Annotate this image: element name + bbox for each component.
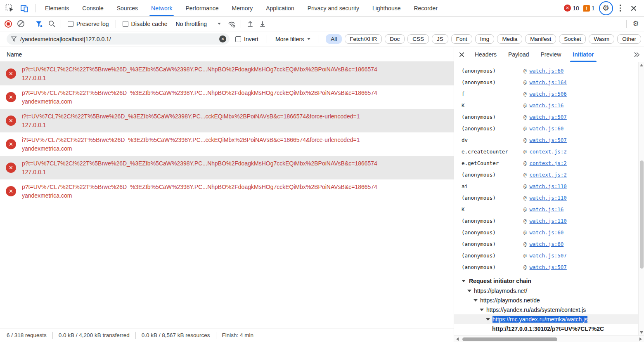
close-devtools-button[interactable] — [627, 2, 640, 14]
at-symbol: @ — [523, 264, 527, 270]
stack-source-link[interactable]: watch.js:110 — [530, 195, 567, 201]
chain-item[interactable]: https://playmods.net/ — [462, 286, 637, 295]
name-column-header[interactable]: Name — [0, 47, 454, 62]
invert-checkbox[interactable]: Invert — [232, 36, 262, 42]
stack-source-link[interactable]: context.js:2 — [530, 160, 567, 166]
chip-all[interactable]: All — [326, 34, 342, 44]
table-row[interactable]: ✕p?t=UV%7CL7%2C!%22T%5Brwe%26D_%3EZIb%5C… — [0, 85, 454, 109]
stack-source-link[interactable]: watch.js:16 — [530, 206, 564, 212]
preserve-log-checkbox[interactable]: Preserve log — [64, 21, 112, 27]
chain-item[interactable]: http://127.0.0.1:30102/p?t=UV%7CL7%2C — [462, 324, 637, 333]
scroll-down-icon[interactable] — [640, 331, 643, 334]
tab-performance[interactable]: Performance — [179, 0, 225, 16]
more-options-menu[interactable] — [617, 2, 624, 14]
chain-title-row[interactable]: Request initiator chain — [462, 276, 637, 286]
disable-cache-checkbox[interactable]: Disable cache — [119, 21, 171, 27]
chip-doc[interactable]: Doc — [385, 34, 405, 44]
scrollbar-thumb[interactable] — [462, 337, 557, 341]
stack-source-link[interactable]: watch.js:507 — [530, 137, 567, 143]
chip-font[interactable]: Font — [451, 34, 472, 44]
chain-item[interactable]: https://yandex.ru/ads/system/context.js — [462, 305, 637, 314]
scrollbar-thumb[interactable] — [640, 160, 644, 269]
stack-frame: (anonymous)@watch.js:507 — [462, 111, 637, 123]
import-har-icon[interactable] — [244, 19, 256, 29]
more-filters-dropdown[interactable]: More filters — [272, 36, 314, 42]
table-row[interactable]: ✕p?t=UV%7CL7%2C!%22T%5Brwe%26D_%3EZIb%5C… — [0, 179, 454, 203]
at-symbol: @ — [523, 160, 527, 166]
triangle-expanded-icon — [467, 290, 471, 292]
tab-network[interactable]: Network — [144, 0, 179, 16]
tab-recorder[interactable]: Recorder — [407, 0, 444, 16]
stack-source-link[interactable]: watch.js:60 — [530, 241, 564, 247]
export-har-icon[interactable] — [257, 19, 268, 29]
toggle-device-toolbar-icon[interactable] — [18, 2, 31, 14]
chain-item[interactable]: https://playmods.net/de — [462, 295, 637, 305]
stack-source-link[interactable]: context.js:2 — [530, 172, 567, 178]
clear-network-log-button[interactable] — [15, 19, 26, 29]
stack-source-link[interactable]: watch.js:506 — [530, 91, 567, 97]
stack-source-link[interactable]: watch.js:507 — [530, 264, 567, 270]
table-row[interactable]: ✕i?t=UV%7CL7%2C!%22T%5Brwe%26D_%3EZIb%5C… — [0, 109, 454, 132]
divider — [61, 20, 61, 28]
tab-elements[interactable]: Elements — [38, 0, 76, 16]
request-rows: ✕p?t=UV%7CL7%2C!%22T%5Brwe%26D_%3EZIb%5C… — [0, 62, 454, 328]
network-settings-gear-icon[interactable]: ⚙ — [630, 19, 642, 29]
stack-source-link[interactable]: watch.js:110 — [530, 183, 567, 189]
tab-privacy-and-security[interactable]: Privacy and security — [301, 0, 366, 16]
stack-source-link[interactable]: watch.js:507 — [530, 252, 567, 259]
stack-source-link[interactable]: context.js:2 — [530, 149, 567, 155]
record-network-log-button[interactable] — [2, 19, 14, 29]
stack-source-link[interactable]: watch.js:110 — [530, 218, 567, 224]
search-icon[interactable] — [46, 19, 57, 29]
tab-application[interactable]: Application — [259, 0, 301, 16]
chip-css[interactable]: CSS — [407, 34, 429, 44]
table-row[interactable]: ✕i?t=UV%7CL7%2C!%22T%5Brwe%26D_%3EZIb%5C… — [0, 132, 454, 156]
vertical-scrollbar[interactable] — [638, 62, 644, 335]
chip-img[interactable]: Img — [475, 34, 495, 44]
tab-memory[interactable]: Memory — [225, 0, 260, 16]
scroll-up-icon[interactable] — [640, 64, 643, 66]
filter-input[interactable] — [20, 36, 216, 42]
tab-console[interactable]: Console — [76, 0, 110, 16]
inspect-element-icon[interactable] — [3, 2, 16, 14]
details-tab-payload[interactable]: Payload — [502, 47, 535, 62]
details-tab-preview[interactable]: Preview — [535, 47, 567, 62]
tab-sources[interactable]: Sources — [110, 0, 144, 16]
filter-toggle-button[interactable] — [33, 19, 45, 29]
stack-frame: e.createCounter@context.js:2 — [462, 146, 637, 157]
clear-filter-icon[interactable]: ✕ — [219, 35, 226, 42]
chip-media[interactable]: Media — [497, 34, 522, 44]
chip-other[interactable]: Other — [617, 34, 641, 44]
chain-item[interactable]: https://mc.yandex.ru/metrika/watch.js — [454, 314, 644, 324]
close-details-icon[interactable] — [456, 49, 467, 60]
chip-js[interactable]: JS — [432, 34, 448, 44]
request-text: p?t=UV%7CL7%2C!%22T%5Brwe%26D_%3EZIb%5Ca… — [22, 89, 377, 106]
table-row[interactable]: ✕p?t=UV%7CL7%2C!%22T%5Brwe%26D_%3EZIb%5C… — [0, 62, 454, 85]
network-conditions-icon[interactable] — [226, 19, 237, 29]
tab-lighthouse[interactable]: Lighthouse — [366, 0, 407, 16]
stack-source-link[interactable]: watch.js:164 — [530, 79, 567, 85]
stack-source-link[interactable]: watch.js:60 — [530, 229, 564, 236]
stack-source-link[interactable]: watch.js:507 — [530, 114, 567, 120]
divider — [36, 4, 36, 12]
chip-wasm[interactable]: Wasm — [589, 34, 614, 44]
console-errors-badge[interactable]: ✕ 10 — [564, 5, 579, 12]
stack-source-link[interactable]: watch.js:60 — [530, 125, 564, 132]
table-row[interactable]: ✕p?t=UV%7CL7%2C!%22T%5Brwe%26D_%3EZIb%5C… — [0, 156, 454, 179]
at-symbol: @ — [523, 183, 527, 189]
details-tab-initiator[interactable]: Initiator — [567, 47, 599, 62]
console-warnings-badge[interactable]: ! 1 — [583, 5, 595, 12]
more-tabs-icon[interactable] — [631, 49, 642, 60]
chip-manifest[interactable]: Manifest — [525, 34, 556, 44]
details-tab-headers[interactable]: Headers — [469, 47, 502, 62]
settings-button[interactable]: ⚙ — [599, 1, 613, 15]
stack-source-link[interactable]: watch.js:60 — [530, 68, 564, 74]
scroll-left-icon[interactable] — [456, 337, 459, 341]
throttling-select[interactable]: No throttling — [172, 21, 225, 27]
chip-socket[interactable]: Socket — [559, 34, 586, 44]
stack-source-link[interactable]: watch.js:16 — [530, 102, 564, 108]
chain-url: https://yandex.ru/ads/system/context.js — [486, 307, 586, 313]
chip-fetch-xhr[interactable]: Fetch/XHR — [345, 34, 382, 44]
horizontal-scrollbar[interactable] — [454, 335, 644, 342]
scroll-right-icon[interactable] — [639, 337, 642, 341]
